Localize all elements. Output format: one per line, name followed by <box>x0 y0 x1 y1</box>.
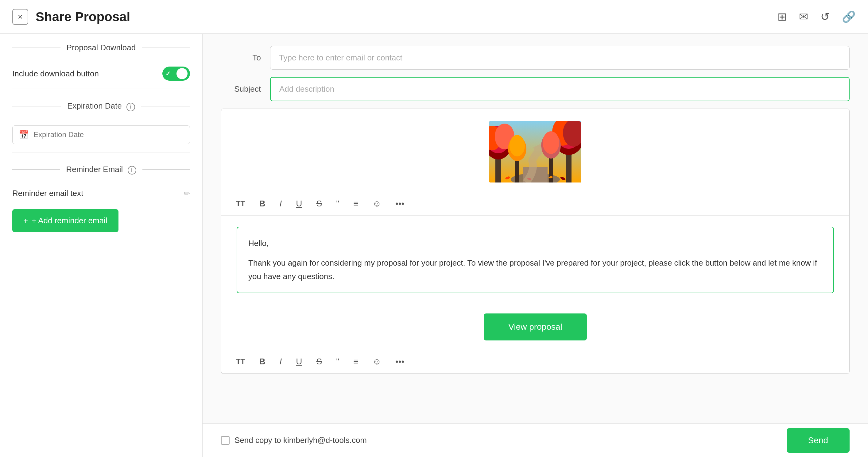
send-copy-text: Send copy to kimberlyh@d-tools.com <box>235 435 367 445</box>
bottom-toolbar-align-button[interactable]: ≡ <box>351 355 361 368</box>
toolbar-quote-button[interactable]: " <box>334 197 342 210</box>
toolbar-emoji-button[interactable]: ☺ <box>370 197 384 210</box>
toolbar-text-size-button[interactable]: TT <box>234 198 247 210</box>
sidebar: Proposal Download Include download butto… <box>0 34 203 457</box>
proposal-image-area <box>221 109 849 192</box>
rem-divider-right <box>143 169 190 170</box>
reminder-email-section-header: Reminder Email i <box>0 156 202 184</box>
more-icon: ••• <box>395 199 404 208</box>
divider-right <box>142 47 190 48</box>
exp-divider-right <box>141 106 190 106</box>
email-text-box[interactable]: Hello, Thank you again for considering m… <box>237 227 834 293</box>
proposal-download-label: Proposal Download <box>60 43 142 53</box>
underline-icon: U <box>296 199 302 208</box>
email-icon: ✉ <box>799 10 808 23</box>
footer-left: Send copy to kimberlyh@d-tools.com <box>221 435 367 445</box>
bottom-strikethrough-icon: S <box>316 357 322 366</box>
toolbar-more-button[interactable]: ••• <box>393 197 407 210</box>
bottom-italic-icon: I <box>280 357 282 366</box>
send-button[interactable]: Send <box>787 428 849 453</box>
align-icon: ≡ <box>353 199 358 208</box>
include-download-row: Include download button ✓ <box>0 62 202 86</box>
bottom-toolbar-text-size-button[interactable]: TT <box>234 356 247 368</box>
include-download-toggle[interactable]: ✓ <box>162 67 190 81</box>
exp-divider-left <box>12 106 61 106</box>
header-left: × Share Proposal <box>12 9 130 25</box>
email-body-text: Thank you again for considering my propo… <box>248 256 822 283</box>
autumn-trees-svg <box>489 121 581 183</box>
header-icons: ⊞ ✉ ↺ 🔗 <box>777 10 856 23</box>
bottom-toolbar-bold-button[interactable]: B <box>257 355 268 368</box>
reminder-email-label: Reminder Email i <box>60 165 142 175</box>
add-reminder-icon: + <box>23 216 28 225</box>
layout-icon-button[interactable]: ⊞ <box>777 10 787 23</box>
edit-icon[interactable]: ✏ <box>184 189 190 198</box>
svg-point-18 <box>542 131 559 154</box>
email-icon-button[interactable]: ✉ <box>799 10 808 23</box>
add-reminder-button[interactable]: + + Add reminder email <box>12 209 119 232</box>
link-icon-button[interactable]: 🔗 <box>842 10 856 23</box>
expiration-date-input[interactable] <box>33 130 184 139</box>
view-proposal-button[interactable]: View proposal <box>484 314 587 340</box>
bottom-bold-icon: B <box>259 357 265 366</box>
send-copy-checkbox[interactable] <box>221 436 229 445</box>
rem-divider-left <box>12 169 60 170</box>
add-reminder-label: + Add reminder email <box>32 216 107 225</box>
toolbar-align-button[interactable]: ≡ <box>351 197 361 210</box>
bottom-align-icon: ≡ <box>353 357 358 366</box>
subject-field-row: Subject <box>221 77 849 101</box>
undo-icon: ↺ <box>820 10 830 23</box>
undo-icon-button[interactable]: ↺ <box>820 10 830 23</box>
layout-icon: ⊞ <box>777 10 787 23</box>
expiration-input-wrapper: 📅 <box>12 125 190 144</box>
bottom-toolbar-more-button[interactable]: ••• <box>393 355 407 368</box>
subject-input[interactable] <box>270 77 849 101</box>
bottom-toolbar-quote-button[interactable]: " <box>334 355 342 368</box>
top-toolbar: TT B I U S " <box>221 192 849 216</box>
bottom-underline-icon: U <box>296 357 302 366</box>
expiration-date-row: 📅 <box>0 121 202 149</box>
right-panel: To Subject <box>203 34 868 457</box>
include-download-label: Include download button <box>12 69 99 78</box>
to-label: To <box>221 53 261 63</box>
expiration-info-icon[interactable]: i <box>126 103 135 111</box>
email-form: To Subject <box>203 34 868 423</box>
proposal-image <box>489 121 581 183</box>
close-button[interactable]: × <box>12 9 28 25</box>
bottom-emoji-icon: ☺ <box>373 357 381 366</box>
toolbar-bold-button[interactable]: B <box>257 197 268 210</box>
link-icon: 🔗 <box>842 10 856 23</box>
divider-left <box>12 47 60 48</box>
to-input[interactable] <box>270 46 849 70</box>
italic-icon: I <box>280 199 282 208</box>
toolbar-italic-button[interactable]: I <box>277 197 284 210</box>
view-proposal-area: View proposal <box>221 304 849 350</box>
toolbar-underline-button[interactable]: U <box>293 197 305 210</box>
bottom-toolbar-underline-button[interactable]: U <box>293 355 305 368</box>
bottom-quote-icon: " <box>336 357 339 366</box>
reminder-email-text-label: Reminder email text <box>12 189 83 198</box>
strikethrough-icon: S <box>316 199 322 208</box>
toolbar-strikethrough-button[interactable]: S <box>314 197 325 210</box>
bottom-toolbar-emoji-button[interactable]: ☺ <box>370 355 384 368</box>
subject-label: Subject <box>221 84 261 94</box>
toggle-slider <box>162 67 190 81</box>
to-field-row: To <box>221 46 849 70</box>
dialog-title: Share Proposal <box>36 9 130 24</box>
bottom-more-icon: ••• <box>395 357 404 366</box>
reminder-info-icon[interactable]: i <box>128 166 136 174</box>
reminder-email-text-row: Reminder email text ✏ <box>0 184 202 203</box>
footer: Send copy to kimberlyh@d-tools.com Send <box>203 423 868 457</box>
svg-point-15 <box>509 135 525 156</box>
section-divider-2 <box>12 152 190 153</box>
calendar-icon: 📅 <box>19 130 29 139</box>
email-body-container: TT B I U S " <box>221 108 849 374</box>
quote-icon: " <box>336 199 339 208</box>
bottom-toolbar-italic-button[interactable]: I <box>277 355 284 368</box>
bottom-text-size-icon: TT <box>236 357 245 366</box>
bottom-toolbar-strikethrough-button[interactable]: S <box>314 355 325 368</box>
expiration-date-label: Expiration Date i <box>61 101 141 111</box>
email-text-area: Hello, Thank you again for considering m… <box>221 216 849 304</box>
section-divider-1 <box>12 89 190 89</box>
emoji-icon: ☺ <box>373 199 381 208</box>
